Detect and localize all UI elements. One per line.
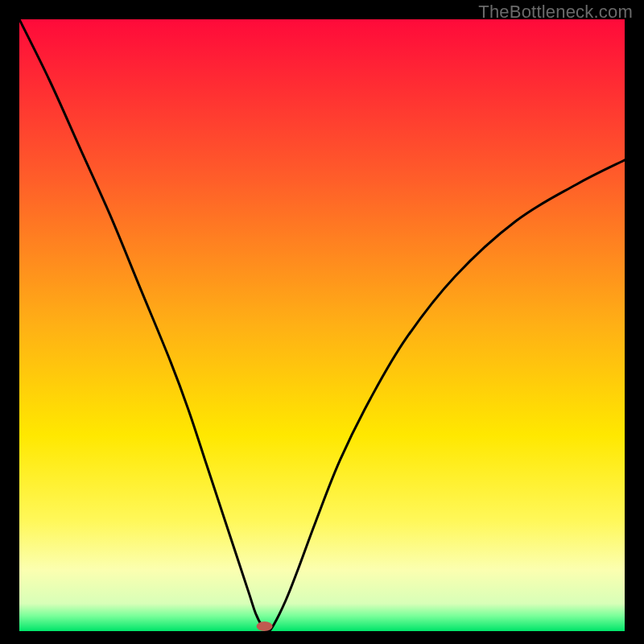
gradient-background bbox=[19, 19, 625, 631]
chart-svg bbox=[19, 19, 625, 631]
watermark-text: TheBottleneck.com bbox=[478, 2, 633, 23]
optimal-point-marker bbox=[257, 621, 273, 631]
chart-frame bbox=[19, 19, 625, 631]
